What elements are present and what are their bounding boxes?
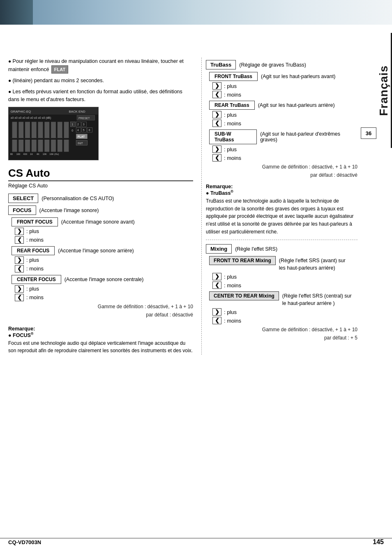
front-trubass-label: FRONT TruBass bbox=[209, 72, 258, 81]
svg-text:GRAPHIC-EQ: GRAPHIC-EQ bbox=[11, 109, 31, 113]
svg-text:6: 6 bbox=[89, 129, 90, 132]
front-trubass-row: FRONT TruBass (Agit sur les haut-parleur… bbox=[209, 72, 357, 81]
center-focus-row: CENTER FOCUS (Accentue l'image sonore ce… bbox=[12, 275, 193, 284]
bullet-1: Pour régler le niveau de manipulation co… bbox=[8, 58, 193, 74]
svg-text:2: 2 bbox=[77, 123, 79, 126]
rear-focus-minus-row: ❮ : moins bbox=[15, 265, 193, 272]
svg-text:3: 3 bbox=[83, 123, 85, 126]
front-trubass-plus-row: ❯ : plus bbox=[212, 82, 357, 90]
footer-model: CQ-VD7003N bbox=[8, 539, 41, 545]
front-focus-row: FRONT FOCUS (Accentue l'image sonore ava… bbox=[12, 217, 193, 226]
page-number-box: 36 bbox=[361, 127, 376, 139]
center-focus-desc: (Accentue l'image sonore centrale) bbox=[65, 277, 144, 282]
dashed-separator-right bbox=[206, 240, 357, 240]
rear-trubass-label: REAR TruBass bbox=[209, 101, 255, 110]
svg-rect-32 bbox=[18, 139, 23, 152]
svg-rect-31 bbox=[12, 139, 17, 152]
front-rear-plus-label: : plus bbox=[224, 274, 237, 280]
front-trubass-plus-label: : plus bbox=[224, 83, 237, 89]
left-focus-remark-title: ● FOCUS® bbox=[8, 332, 193, 338]
center-focus-minus-label: : moins bbox=[26, 294, 44, 300]
svg-text:400: 400 bbox=[23, 153, 28, 155]
svg-rect-33 bbox=[25, 139, 30, 152]
center-focus-minus-row: ❮ : moins bbox=[15, 294, 193, 301]
mixing-section: Mixing (Règle l'effet SRS) FRONT TO REAR… bbox=[206, 244, 357, 341]
footer-page: 145 bbox=[373, 538, 384, 546]
front-focus-desc: (Accentue l'image sonore avant) bbox=[61, 219, 135, 225]
right-remark-block: Remarque: ● TruBass® TruBass est une tec… bbox=[206, 184, 357, 235]
front-rear-plus-row: ❯ : plus bbox=[212, 273, 357, 280]
subw-trubass-row: SUB-W TruBass (Agit sur le haut-parleur … bbox=[209, 129, 357, 144]
svg-rect-13 bbox=[51, 122, 56, 138]
subw-trubass-desc: (Agit sur le haut-parleur d'extrêmes gra… bbox=[260, 131, 357, 143]
bullet-2: (linéaire) pendant au moins 2 secondes. bbox=[8, 77, 193, 85]
center-rear-plus-label: : plus bbox=[224, 309, 237, 315]
focus-range-line2: par défaut : désactivé bbox=[8, 312, 193, 318]
rear-focus-label: REAR FOCUS bbox=[12, 246, 55, 255]
mixing-row: Mixing (Règle l'effet SRS) bbox=[206, 244, 357, 254]
subw-trubass-plus-label: : plus bbox=[224, 146, 237, 152]
svg-text:PRESET: PRESET bbox=[78, 116, 90, 119]
svg-rect-36 bbox=[44, 139, 49, 152]
svg-rect-15 bbox=[64, 122, 69, 138]
left-remark-block: Remarque: ● FOCUS® Focus est une technol… bbox=[8, 326, 193, 355]
front-trubass-plus-icon: ❯ bbox=[212, 82, 221, 90]
select-row: SELECT (Personnalisation de CS AUTO) bbox=[8, 194, 193, 203]
focus-desc: (Accentue l'image sonore) bbox=[39, 208, 99, 213]
front-focus-minus-row: ❮ : moins bbox=[15, 236, 193, 244]
svg-text:160: 160 bbox=[16, 153, 21, 155]
front-focus-plus-icon: ❯ bbox=[15, 228, 24, 235]
svg-text:BACK  END: BACK END bbox=[69, 109, 85, 113]
center-focus-label: CENTER FOCUS bbox=[12, 275, 61, 284]
front-focus-plus-row: ❯ : plus bbox=[15, 228, 193, 235]
subw-trubass-minus-icon: ❮ bbox=[212, 154, 221, 162]
rear-trubass-plus-icon: ❯ bbox=[212, 111, 221, 118]
bullet-3: Les effets prévus varient en fonction du… bbox=[8, 88, 193, 104]
center-rear-mixing-row: CENTER TO REAR Mixing (Règle l'effet SRS… bbox=[209, 291, 357, 307]
trubass-desc: (Réglage de graves TruBass) bbox=[239, 62, 306, 68]
svg-text:80: 80 bbox=[10, 153, 13, 155]
rear-focus-desc: (Accentue l'image sonore arrière) bbox=[58, 248, 134, 254]
page-footer: CQ-VD7003N 145 bbox=[0, 538, 392, 546]
front-rear-minus-icon: ❮ bbox=[212, 282, 221, 289]
trubass-range-line1: Gamme de définition : désactivé, + 1 à +… bbox=[206, 164, 357, 170]
svg-rect-39 bbox=[64, 139, 69, 152]
rear-trubass-plus-label: : plus bbox=[224, 112, 237, 118]
rear-trubass-minus-label: : moins bbox=[224, 120, 241, 127]
svg-text:INIT: INIT bbox=[78, 141, 83, 144]
trubass-range-line2: par défaut : désactivé bbox=[206, 172, 357, 178]
subw-trubass-label: SUB-W TruBass bbox=[209, 129, 257, 144]
trubass-label: TruBass bbox=[206, 60, 236, 69]
focus-row: FOCUS (Accentue l'image sonore) bbox=[8, 205, 193, 215]
eq-graphic: GRAPHIC-EQ BACK END ±0 ±0 ±0 ±0 ±0 ±0 ±0… bbox=[8, 107, 99, 160]
flat-button: FLAT bbox=[51, 65, 68, 74]
svg-text:1K: 1K bbox=[30, 153, 33, 155]
left-column: Pour régler le niveau de manipulation co… bbox=[8, 58, 201, 355]
svg-rect-38 bbox=[58, 139, 62, 152]
svg-rect-9 bbox=[25, 122, 30, 138]
svg-rect-37 bbox=[51, 139, 56, 152]
center-rear-plus-row: ❯ : plus bbox=[212, 308, 357, 316]
svg-rect-7 bbox=[12, 122, 17, 138]
cs-auto-title: CS Auto bbox=[8, 167, 193, 181]
center-focus-minus-icon: ❮ bbox=[15, 294, 24, 301]
focus-range-line1: Gamme de définition : désactivé, + 1 à +… bbox=[8, 304, 193, 309]
front-trubass-minus-row: ❮ : moins bbox=[212, 91, 357, 98]
rear-focus-plus-icon: ❯ bbox=[15, 256, 24, 264]
center-rear-mixing-label: CENTER TO REAR Mixing bbox=[209, 291, 279, 300]
mixing-label: Mixing bbox=[206, 244, 232, 254]
rear-trubass-plus-row: ❯ : plus bbox=[212, 111, 357, 118]
focus-button-label: FOCUS bbox=[8, 205, 36, 215]
top-strip-dark bbox=[0, 0, 33, 25]
front-trubass-desc: (Agit sur les haut-parleurs avant) bbox=[261, 74, 335, 79]
left-remark-title: Remarque: bbox=[8, 326, 193, 332]
svg-text:FLAT: FLAT bbox=[78, 135, 85, 138]
front-rear-plus-icon: ❯ bbox=[212, 273, 221, 280]
trubass-section: TruBass (Réglage de graves TruBass) FRON… bbox=[206, 60, 357, 178]
svg-text:5: 5 bbox=[83, 129, 85, 132]
right-trubass-remark-title: ● TruBass® bbox=[206, 189, 357, 196]
right-column: TruBass (Réglage de graves TruBass) FRON… bbox=[201, 58, 374, 355]
center-rear-minus-row: ❮ : moins bbox=[212, 317, 357, 324]
subw-trubass-minus-row: ❮ : moins bbox=[212, 154, 357, 162]
svg-text:4K: 4K bbox=[37, 153, 39, 155]
